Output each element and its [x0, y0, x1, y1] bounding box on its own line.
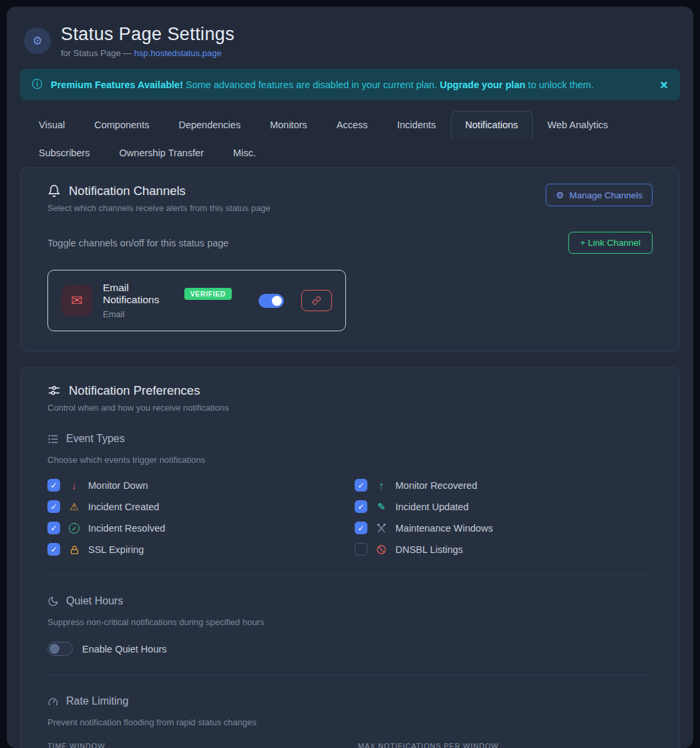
rate-limiting-heading: Rate Limiting — [47, 695, 653, 707]
page-subtitle: for Status Page — hsp.hostedstatus.page — [61, 48, 234, 58]
settings-panel: ⚙ Status Page Settings for Status Page —… — [7, 7, 693, 748]
link-icon — [312, 296, 321, 305]
check-circle-icon: ✓ — [67, 522, 81, 534]
checkbox-monitor-recovered[interactable] — [355, 479, 367, 492]
event-types-subtitle: Choose which events trigger notification… — [47, 455, 653, 465]
email-channel-toggle[interactable] — [258, 294, 284, 308]
notification-channels-card: Notification Channels Select which chann… — [20, 167, 680, 352]
bell-icon — [47, 184, 61, 198]
time-window-label: TIME WINDOW — [47, 742, 342, 748]
checkbox-monitor-down[interactable] — [47, 479, 60, 492]
channels-subtitle: Select which channels receive alerts fro… — [47, 203, 271, 213]
channel-name: Email Notifications — [103, 282, 178, 306]
lock-icon — [67, 544, 81, 555]
event-maintenance-windows: Maintenance Windows — [355, 522, 662, 534]
checkbox-ssl-expiring[interactable] — [47, 543, 60, 556]
manage-channels-button[interactable]: ⚙ Manage Channels — [546, 184, 653, 206]
event-ssl-expiring: SSL Expiring — [47, 543, 355, 556]
quiet-hours-toggle[interactable] — [47, 642, 73, 656]
moon-icon — [47, 596, 59, 607]
preferences-title: Notification Preferences — [47, 383, 653, 398]
arrow-up-icon: ↑ — [375, 480, 388, 490]
premium-banner: ⓘ Premium Features Available! Some advan… — [20, 69, 680, 100]
checkbox-maintenance-windows[interactable] — [355, 522, 367, 534]
event-incident-resolved: ✓ Incident Resolved — [47, 522, 355, 534]
tab-visual[interactable]: Visual — [24, 111, 79, 139]
checkbox-dnsbl-listings[interactable] — [355, 543, 367, 556]
tools-icon — [375, 522, 388, 534]
status-page-link[interactable]: hsp.hostedstatus.page — [134, 48, 222, 58]
sliders-icon — [47, 384, 61, 397]
event-types-heading: Event Types — [47, 433, 653, 445]
tab-subscribers[interactable]: Subscribers — [24, 139, 105, 167]
upgrade-plan-link[interactable]: Upgrade your plan — [440, 79, 525, 90]
page-title: Status Page Settings — [61, 24, 234, 45]
checkbox-incident-resolved[interactable] — [47, 522, 60, 534]
tab-components[interactable]: Components — [79, 111, 164, 139]
tab-access[interactable]: Access — [322, 111, 383, 139]
prohibited-icon — [375, 544, 388, 555]
preferences-subtitle: Control when and how you receive notific… — [47, 403, 653, 413]
close-icon[interactable]: × — [660, 78, 668, 91]
tab-ownership-transfer[interactable]: Ownership Transfer — [105, 139, 219, 167]
channels-title: Notification Channels — [47, 184, 271, 198]
checkbox-incident-updated[interactable] — [355, 500, 367, 513]
checkbox-incident-created[interactable] — [47, 500, 60, 513]
quiet-hours-heading: Quiet Hours — [47, 595, 653, 607]
tab-incidents[interactable]: Incidents — [383, 111, 451, 139]
settings-tabs: Visual Components Dependencies Monitors … — [24, 111, 676, 167]
gear-icon: ⚙ — [556, 190, 564, 200]
gear-icon: ⚙ — [32, 34, 42, 48]
email-channel-card: ✉ Email Notifications VERIFIED Email — [47, 270, 346, 331]
notification-preferences-card: Notification Preferences Control when an… — [20, 367, 680, 748]
gear-avatar: ⚙ — [24, 27, 51, 54]
quiet-hours-toggle-label: Enable Quiet Hours — [82, 644, 167, 654]
channel-link-button[interactable] — [301, 290, 332, 311]
channel-type: Email — [103, 309, 232, 319]
divider — [47, 574, 653, 575]
tab-web-analytics[interactable]: Web Analytics — [533, 111, 623, 139]
event-dnsbl-listings: DNSBL Listings — [355, 543, 662, 556]
event-monitor-down: ↓ Monitor Down — [47, 479, 355, 492]
info-icon: ⓘ — [32, 77, 43, 91]
tab-monitors[interactable]: Monitors — [255, 111, 322, 139]
max-notifications-label: MAX NOTIFICATIONS PER WINDOW — [358, 742, 653, 748]
divider — [47, 675, 653, 675]
tab-misc[interactable]: Misc. — [218, 139, 271, 167]
list-icon — [47, 433, 59, 445]
link-channel-button[interactable]: + Link Channel — [568, 232, 653, 254]
tab-dependencies[interactable]: Dependencies — [164, 111, 255, 139]
rate-limiting-subtitle: Prevent notification flooding from rapid… — [47, 717, 653, 727]
banner-text: Premium Features Available! Some advance… — [51, 79, 594, 90]
pencil-icon: ✎ — [375, 502, 388, 512]
toggle-hint: Toggle channels on/off for this status p… — [47, 238, 228, 248]
event-incident-updated: ✎ Incident Updated — [355, 500, 662, 513]
event-monitor-recovered: ↑ Monitor Recovered — [355, 479, 662, 492]
quiet-hours-subtitle: Suppress non-critical notifications duri… — [47, 617, 653, 627]
gauge-icon — [47, 696, 59, 707]
envelope-icon: ✉ — [61, 285, 92, 316]
event-types-grid: ↓ Monitor Down ↑ Monitor Recovered ⚠ Inc… — [47, 479, 662, 556]
tab-notifications[interactable]: Notifications — [451, 111, 533, 139]
warning-icon: ⚠ — [67, 502, 81, 512]
page-header: ⚙ Status Page Settings for Status Page —… — [7, 7, 693, 58]
event-incident-created: ⚠ Incident Created — [47, 500, 355, 513]
verified-badge: VERIFIED — [184, 288, 232, 300]
arrow-down-icon: ↓ — [67, 480, 81, 490]
